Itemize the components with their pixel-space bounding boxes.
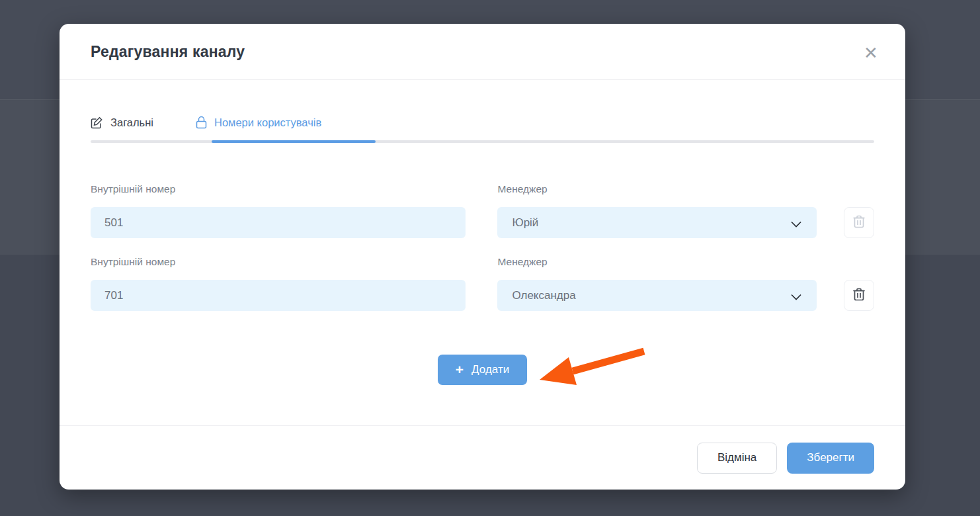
manager-select[interactable]: Олександра xyxy=(497,280,817,311)
cancel-button[interactable]: Відміна xyxy=(697,443,777,474)
delete-row-button[interactable] xyxy=(844,207,874,238)
trash-icon xyxy=(852,287,866,304)
add-button-label: Додати xyxy=(471,363,509,376)
delete-row-button[interactable] xyxy=(844,280,874,311)
close-button[interactable]: ✕ xyxy=(860,42,881,64)
tab-bar: Загальні Номери користувачів xyxy=(91,113,874,143)
modal-footer: Відміна Зберегти xyxy=(60,425,905,490)
lock-icon xyxy=(196,116,207,129)
close-icon: ✕ xyxy=(864,44,878,62)
edit-channel-modal: Редагування каналу ✕ Загальні xyxy=(60,24,905,490)
plus-icon: + xyxy=(456,363,464,376)
tab-general[interactable]: Загальні xyxy=(91,116,153,129)
number-row: Внутрішній номер Менеджер Юрій xyxy=(91,143,874,238)
tab-user-numbers[interactable]: Номери користувачів xyxy=(196,116,321,129)
modal-header: Редагування каналу ✕ xyxy=(60,24,905,80)
tab-underline-track xyxy=(91,140,874,143)
manager-select-value: Юрій xyxy=(512,216,538,230)
internal-number-label: Внутрішній номер xyxy=(91,255,466,269)
manager-label: Менеджер xyxy=(497,255,817,269)
user-numbers-form: Внутрішній номер Менеджер Юрій xyxy=(91,143,874,385)
chevron-down-icon xyxy=(790,291,802,304)
internal-number-input[interactable] xyxy=(91,207,466,238)
internal-number-input[interactable] xyxy=(91,280,466,311)
manager-label: Менеджер xyxy=(497,183,817,196)
tab-user-numbers-label: Номери користувачів xyxy=(214,116,321,129)
save-button[interactable]: Зберегти xyxy=(787,443,874,474)
manager-select[interactable]: Юрій xyxy=(497,207,817,238)
modal-title: Редагування каналу xyxy=(91,43,245,61)
trash-icon xyxy=(852,214,866,231)
chevron-down-icon xyxy=(790,218,802,232)
tab-active-indicator xyxy=(212,140,376,143)
add-button[interactable]: + Додати xyxy=(438,355,527,385)
edit-icon xyxy=(91,116,103,129)
tab-general-label: Загальні xyxy=(110,116,153,129)
internal-number-label: Внутрішній номер xyxy=(91,183,466,196)
manager-select-value: Олександра xyxy=(512,289,575,302)
number-row: Внутрішній номер Менеджер Олександра xyxy=(91,238,874,311)
